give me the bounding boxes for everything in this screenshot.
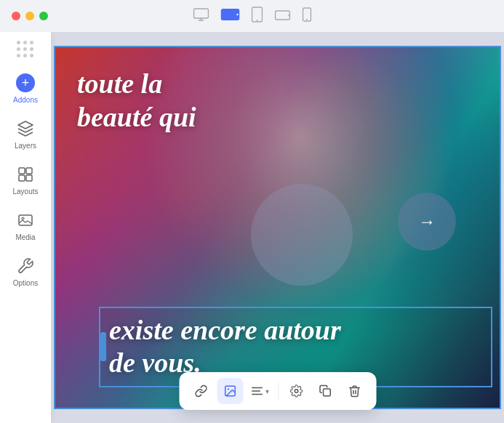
options-label: Options [13, 279, 38, 287]
element-toolbar: ▾ [179, 372, 376, 410]
svg-rect-10 [26, 168, 32, 174]
align-dropdown[interactable]: ▾ [246, 378, 273, 404]
layouts-label: Layouts [12, 188, 38, 196]
sidebar: + Addons Layers [0, 32, 51, 423]
svg-point-20 [295, 390, 298, 393]
tablet-portrait-view-icon[interactable] [251, 7, 263, 26]
svg-point-14 [22, 217, 24, 219]
image-button[interactable] [217, 378, 243, 404]
svg-point-8 [306, 19, 308, 20]
tablet-landscape-view-icon[interactable] [220, 8, 239, 25]
sidebar-item-media[interactable]: Media [4, 204, 47, 247]
device-switcher [193, 7, 311, 26]
sidebar-item-options[interactable]: Options [4, 250, 47, 293]
sidebar-item-addons[interactable]: + Addons [4, 67, 47, 110]
layers-icon [15, 118, 36, 139]
close-button[interactable] [12, 12, 20, 20]
svg-rect-9 [19, 168, 25, 174]
svg-rect-21 [323, 389, 330, 396]
svg-rect-5 [275, 11, 289, 20]
titlebar [0, 0, 504, 32]
svg-rect-12 [26, 175, 32, 181]
traffic-lights [12, 12, 48, 20]
next-slide-button[interactable]: → [398, 193, 456, 251]
sidebar-item-layouts[interactable]: Layouts [4, 158, 47, 201]
svg-point-6 [288, 15, 289, 16]
arrow-right-icon: → [418, 212, 436, 232]
trash-icon [348, 384, 361, 398]
selection-handle-left [100, 332, 106, 361]
main-area: + Addons Layers [0, 32, 504, 423]
layers-label: Layers [15, 142, 36, 150]
media-icon [15, 210, 36, 230]
addons-icon: + [15, 73, 36, 93]
mobile-landscape-view-icon[interactable] [274, 9, 290, 24]
toolbar-divider-1 [278, 382, 279, 400]
drag-handle [17, 41, 34, 58]
sidebar-item-layers[interactable]: Layers [4, 113, 47, 156]
svg-point-2 [236, 13, 238, 15]
maximize-button[interactable] [39, 12, 48, 20]
svg-rect-1 [221, 9, 239, 20]
link-button[interactable] [188, 378, 214, 404]
svg-rect-13 [19, 215, 32, 225]
layouts-icon [15, 164, 36, 185]
headline-bottom-text: existe encore autourde vous. [109, 314, 482, 380]
canvas-area: toute la beauté qui → existe encore auto… [51, 32, 504, 423]
settings-button[interactable] [283, 378, 309, 404]
desktop-view-icon[interactable] [193, 8, 209, 25]
headline-top-text: toute la beauté qui [77, 68, 196, 134]
duplicate-button[interactable] [312, 378, 338, 404]
mobile-portrait-view-icon[interactable] [302, 7, 311, 25]
align-chevron-icon: ▾ [265, 387, 269, 395]
design-canvas[interactable]: toute la beauté qui → existe encore auto… [54, 46, 501, 409]
link-icon [194, 384, 207, 398]
image-icon [223, 384, 236, 398]
svg-point-4 [256, 20, 257, 21]
gear-icon [289, 384, 303, 398]
duplicate-icon [319, 384, 332, 398]
align-icon [250, 384, 263, 398]
deco-circle [251, 184, 353, 286]
minimize-button[interactable] [25, 12, 34, 20]
options-icon [15, 256, 36, 276]
svg-point-16 [227, 388, 228, 390]
svg-rect-11 [19, 175, 25, 181]
delete-button[interactable] [341, 378, 367, 404]
media-label: Media [15, 233, 35, 241]
addons-label: Addons [13, 96, 38, 104]
svg-rect-0 [193, 9, 208, 18]
